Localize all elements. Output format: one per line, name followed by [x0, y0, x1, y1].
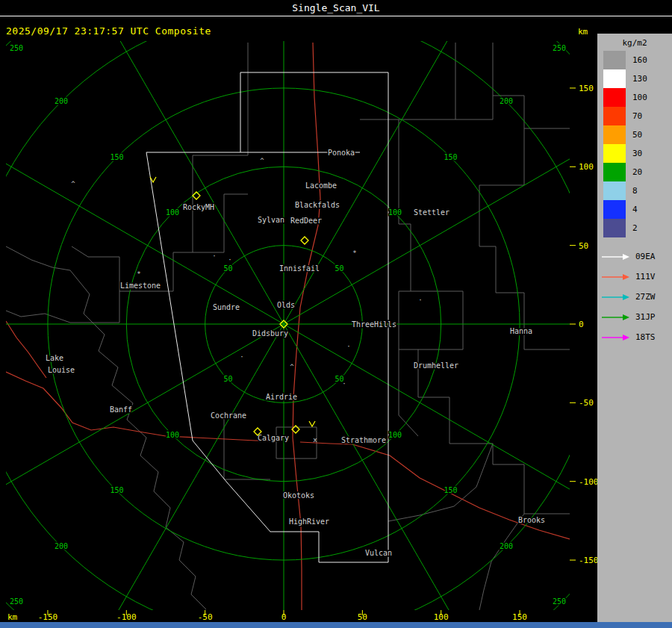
range-label: 150 — [444, 153, 457, 161]
y-axis-tick-label: -150 — [579, 556, 599, 565]
radar-legend-row: 18TS — [597, 327, 672, 347]
poi-marker: * — [352, 249, 356, 257]
city-label: ThreeHills — [352, 320, 396, 329]
county-boundary — [6, 246, 70, 270]
county-boundary — [411, 291, 570, 514]
range-ring-labels: 5050505010010010010015015015015020020020… — [10, 44, 566, 606]
radar-id-label: 31JP — [635, 312, 656, 322]
radar-legend-row: 27ZW — [597, 287, 672, 307]
y-axis-tick-label: -50 — [579, 398, 594, 408]
poi-marker: · — [418, 296, 422, 304]
y-axis-tick-label: -100 — [579, 477, 599, 487]
radar-map-display[interactable]: 5050505010010010010015015015015020020020… — [0, 0, 672, 628]
city-label: RedDeer — [290, 217, 322, 225]
colorbar-swatch — [603, 181, 626, 200]
y-axis-tick-label: 150 — [579, 84, 594, 93]
poi-marker: · — [342, 380, 346, 388]
poi-marker: x — [313, 436, 317, 444]
colorbar-value: 100 — [632, 93, 647, 102]
range-label: 50 — [335, 264, 343, 273]
range-label: 200 — [500, 97, 513, 105]
range-label: 50 — [223, 375, 232, 383]
county-boundary — [399, 43, 455, 436]
city-label: Sylvan — [258, 216, 284, 224]
city-label: Innisfail — [279, 264, 320, 273]
colorbar-swatch — [603, 107, 626, 125]
colorbar-swatch — [603, 144, 626, 163]
colorbar-entry: 30 — [597, 144, 672, 163]
colorbar-swatch — [603, 219, 626, 237]
poi-marker: · — [346, 343, 350, 350]
city-label: Airdrie — [266, 393, 297, 401]
range-label: 200 — [55, 97, 68, 105]
range-label: 250 — [10, 597, 23, 606]
colorbar-value: 2 — [632, 223, 638, 233]
city-label: Sundre — [213, 303, 240, 311]
city-label: Vulcan — [365, 549, 392, 557]
colorbar-value: 50 — [632, 130, 642, 140]
city-label: Ponoka — [328, 149, 355, 157]
city-label: Blackfalds — [295, 201, 340, 209]
radar-legend-row: 31JP — [597, 307, 672, 327]
range-label: 250 — [10, 44, 23, 52]
range-label: 200 — [500, 542, 513, 550]
colorbar: 16013010070503020842 — [597, 51, 672, 237]
colorbar-entry: 70 — [597, 107, 672, 125]
colorbar-entry: 160 — [597, 51, 672, 69]
arrow-icon — [602, 253, 630, 261]
county-boundary — [224, 418, 270, 479]
x-axis-tick-label: 150 — [512, 612, 527, 622]
range-label: 150 — [444, 486, 457, 494]
radar-site-marker — [301, 237, 308, 244]
range-label: 250 — [553, 597, 566, 606]
poi-marker: ^ — [260, 157, 264, 164]
arrow-head — [623, 274, 629, 280]
taskbar[interactable] — [0, 622, 672, 628]
radar-id-label: 27ZW — [635, 292, 656, 302]
colorbar-swatch — [603, 51, 626, 69]
county-boundary — [193, 43, 248, 252]
colorbar-entry: 20 — [597, 163, 672, 181]
city-label: Didsbury — [252, 329, 288, 338]
city-label: Cochrane — [211, 411, 246, 420]
colorbar-value: 20 — [632, 167, 642, 177]
poi-marker: · — [228, 256, 231, 264]
colorbar-swatch — [603, 200, 626, 219]
county-boundary — [72, 246, 119, 291]
city-label: Lake — [46, 354, 63, 362]
colorbar-entry: 8 — [597, 181, 672, 200]
highway-line — [300, 442, 570, 539]
arrow-icon — [602, 273, 630, 281]
city-label: Brooks — [518, 516, 545, 524]
county-boundary — [479, 128, 570, 349]
city-label: Banff — [110, 405, 132, 414]
y-axis-tick-label: 50 — [579, 241, 588, 251]
city-label: Hanna — [510, 327, 532, 335]
city-labels: PonokaLacombeBlackfaldsSylvanRedDeerStet… — [46, 149, 545, 557]
scan-area-boundaries — [146, 72, 388, 562]
colorbar-swatch — [603, 125, 626, 144]
arrow-head — [623, 335, 629, 341]
colorbar-value: 8 — [632, 186, 638, 196]
radar-legend-row: 111V — [597, 267, 672, 287]
colorbar-swatch — [603, 69, 626, 88]
x-axis-tick-label: -150 — [38, 612, 58, 622]
map-point-markers: ^^**······^x — [71, 157, 422, 444]
county-boundary — [70, 270, 206, 609]
colorbar-value: 4 — [632, 205, 638, 214]
radar-id-label: 09EA — [635, 252, 656, 261]
x-axis-tick-label: -50 — [198, 612, 213, 622]
scan-area-boundary — [240, 72, 388, 562]
poi-marker: ^ — [290, 363, 294, 370]
colorbar-value: 70 — [632, 111, 642, 121]
arrow-icon — [602, 293, 630, 301]
city-label: Olds — [277, 301, 295, 309]
y-axis-tick-label: 0 — [579, 320, 584, 329]
poi-marker: ^ — [71, 180, 75, 187]
radar-id-label: 18TS — [635, 332, 656, 342]
city-label: Limestone — [120, 282, 161, 290]
city-label: Louise — [48, 366, 75, 374]
highway-line — [6, 372, 281, 441]
range-label: 100 — [166, 208, 179, 217]
county-boundary — [479, 514, 524, 610]
